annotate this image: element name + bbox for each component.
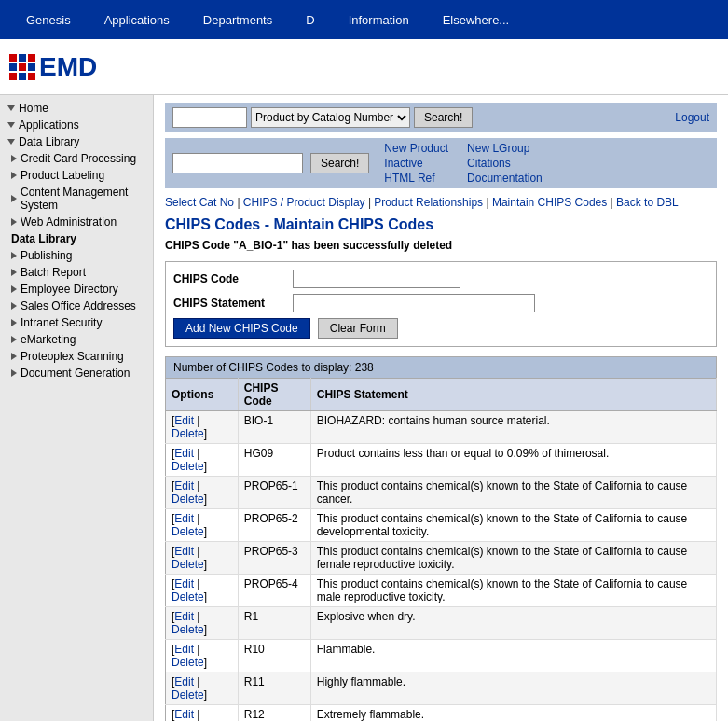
- edit-link-2[interactable]: Edit: [174, 479, 194, 492]
- logo-bar: EMD: [0, 39, 728, 95]
- sidebar-link-content-management[interactable]: Content Management System: [21, 186, 145, 212]
- quick-link-html-ref[interactable]: HTML Ref: [384, 172, 448, 185]
- catalog-search-input[interactable]: [172, 107, 247, 128]
- row-statement-9: Extremely flammable.: [310, 705, 716, 722]
- edit-link-4[interactable]: Edit: [174, 545, 194, 558]
- breadcrumb-link-0[interactable]: Select Cat No: [165, 196, 234, 209]
- quick-link-inactive[interactable]: Inactive: [384, 157, 448, 170]
- chips-statement-label: CHIPS Statement: [173, 297, 285, 310]
- row-code-6: R1: [238, 607, 310, 640]
- edit-link-0[interactable]: Edit: [174, 414, 194, 427]
- sidebar-link-batch-report[interactable]: Batch Report: [21, 266, 86, 279]
- triangle-icon: [11, 252, 17, 259]
- sidebar-item-batch-report[interactable]: Batch Report: [0, 264, 153, 281]
- chips-code-row: CHIPS Code: [173, 270, 708, 288]
- delete-link-1[interactable]: Delete: [172, 460, 204, 473]
- topnav-item-elsewhere...[interactable]: Elsewhere...: [426, 13, 527, 27]
- edit-link-9[interactable]: Edit: [174, 708, 194, 721]
- clear-form-button[interactable]: Clear Form: [318, 318, 398, 339]
- delete-link-8[interactable]: Delete: [172, 688, 204, 701]
- sidebar-link-credit-card[interactable]: Credit Card Processing: [21, 152, 136, 165]
- sidebar-item-web-admin[interactable]: Web Administration: [0, 214, 153, 230]
- topnav-item-departments[interactable]: Departments: [186, 13, 289, 27]
- sidebar-item-document-generation[interactable]: Document Generation: [0, 365, 153, 381]
- search-button-1[interactable]: Search!: [414, 107, 473, 128]
- topnav-item-information[interactable]: Information: [332, 13, 426, 27]
- edit-link-8[interactable]: Edit: [174, 675, 194, 688]
- chips-code-label: CHIPS Code: [173, 272, 285, 285]
- sidebar-item-emarketing[interactable]: eMarketing: [0, 331, 153, 348]
- delete-link-6[interactable]: Delete: [172, 623, 204, 636]
- breadcrumb-link-1[interactable]: CHIPS / Product Display: [243, 196, 365, 209]
- table-count-header: Number of CHIPS Codes to display: 238: [165, 356, 717, 378]
- table-row: [Edit | Delete]PROP65-4This product cont…: [166, 575, 717, 607]
- edit-link-5[interactable]: Edit: [174, 577, 194, 590]
- sidebar-link-product-labeling[interactable]: Product Labeling: [21, 169, 104, 182]
- sidebar-link-home[interactable]: Home: [19, 102, 48, 115]
- topnav-item-applications[interactable]: Applications: [88, 13, 186, 27]
- sidebar-item-home[interactable]: Home: [0, 100, 153, 117]
- quick-link-new-product[interactable]: New Product: [384, 142, 448, 155]
- sidebar-item-sales-office[interactable]: Sales Office Addresses: [0, 298, 153, 314]
- chips-code-input[interactable]: [293, 270, 460, 288]
- delete-link-3[interactable]: Delete: [172, 525, 204, 538]
- sidebar-link-web-admin[interactable]: Web Administration: [21, 215, 117, 229]
- sidebar-item-content-management[interactable]: Content Management System: [0, 184, 153, 214]
- search-button-2[interactable]: Search!: [310, 153, 369, 173]
- triangle-icon: [7, 122, 15, 128]
- delete-link-4[interactable]: Delete: [172, 558, 204, 571]
- chips-statement-input[interactable]: [293, 294, 535, 312]
- sidebar-link-sales-office[interactable]: Sales Office Addresses: [21, 299, 136, 312]
- quick-link-citations[interactable]: Citations: [467, 157, 543, 170]
- sidebar-link-document-generation[interactable]: Document Generation: [21, 367, 130, 380]
- sidebar-item-credit-card[interactable]: Credit Card Processing: [0, 150, 153, 167]
- table-row: [Edit | Delete]PROP65-1This product cont…: [166, 477, 717, 509]
- sidebar-item-employee-directory[interactable]: Employee Directory: [0, 281, 153, 298]
- delete-link-0[interactable]: Delete: [172, 427, 204, 440]
- quick-link-new-lgroup[interactable]: New LGroup: [467, 142, 543, 155]
- quick-link-documentation[interactable]: Documentation: [467, 172, 543, 185]
- sidebar-link-emarketing[interactable]: eMarketing: [21, 333, 76, 346]
- sidebar-link-intranet-security[interactable]: Intranet Security: [21, 316, 102, 329]
- row-statement-7: Flammable.: [310, 640, 716, 672]
- search-type-select[interactable]: Product by Catalog NumberProduct by Name…: [251, 107, 410, 128]
- triangle-icon: [11, 319, 17, 326]
- sidebar-item-data-library-top[interactable]: Data Library: [0, 133, 153, 150]
- sidebar-item-publishing[interactable]: Publishing: [0, 247, 153, 264]
- sidebar-link-proteoplex[interactable]: Proteoplex Scanning: [21, 350, 124, 363]
- sidebar-item-data-library[interactable]: Data Library: [0, 230, 153, 247]
- logout-link[interactable]: Logout: [675, 111, 709, 124]
- edit-link-3[interactable]: Edit: [174, 512, 194, 525]
- topnav-item-d[interactable]: D: [289, 13, 331, 27]
- sidebar-link-publishing[interactable]: Publishing: [21, 249, 72, 262]
- edit-link-1[interactable]: Edit: [174, 447, 194, 460]
- triangle-icon: [11, 172, 17, 179]
- breadcrumb-link-3[interactable]: Maintain CHIPS Codes: [492, 196, 607, 209]
- sidebar-item-product-labeling[interactable]: Product Labeling: [0, 167, 153, 184]
- content-area: Product by Catalog NumberProduct by Name…: [154, 95, 728, 721]
- delete-link-2[interactable]: Delete: [172, 492, 204, 506]
- search-input-2[interactable]: [172, 153, 303, 173]
- sidebar-link-data-library-top[interactable]: Data Library: [19, 135, 79, 148]
- sidebar-link-applications[interactable]: Applications: [19, 118, 79, 132]
- sidebar-item-applications[interactable]: Applications: [0, 117, 153, 133]
- row-options-1: [Edit | Delete]: [166, 444, 239, 477]
- breadcrumb-link-4[interactable]: Back to DBL: [616, 196, 679, 209]
- logo-text: EMD: [39, 52, 97, 82]
- topnav-item-genesis[interactable]: Genesis: [9, 13, 88, 27]
- sidebar-item-proteoplex[interactable]: Proteoplex Scanning: [0, 348, 153, 365]
- success-message: CHIPS Code "A_BIO-1" has been successful…: [165, 239, 717, 252]
- sidebar-link-employee-directory[interactable]: Employee Directory: [21, 283, 118, 296]
- edit-link-6[interactable]: Edit: [174, 610, 194, 623]
- edit-link-7[interactable]: Edit: [174, 643, 194, 656]
- breadcrumb-link-2[interactable]: Product Relationships: [374, 196, 483, 209]
- triangle-icon: [11, 302, 17, 310]
- sidebar-link-data-library[interactable]: Data Library: [11, 232, 76, 245]
- sidebar-item-intranet-security[interactable]: Intranet Security: [0, 314, 153, 331]
- delete-link-7[interactable]: Delete: [172, 656, 204, 669]
- triangle-icon: [11, 218, 17, 226]
- row-options-4: [Edit | Delete]: [166, 542, 239, 575]
- add-chips-code-button[interactable]: Add New CHIPS Code: [173, 318, 310, 339]
- col-chips-code: CHIPS Code: [238, 379, 310, 411]
- delete-link-5[interactable]: Delete: [172, 590, 204, 603]
